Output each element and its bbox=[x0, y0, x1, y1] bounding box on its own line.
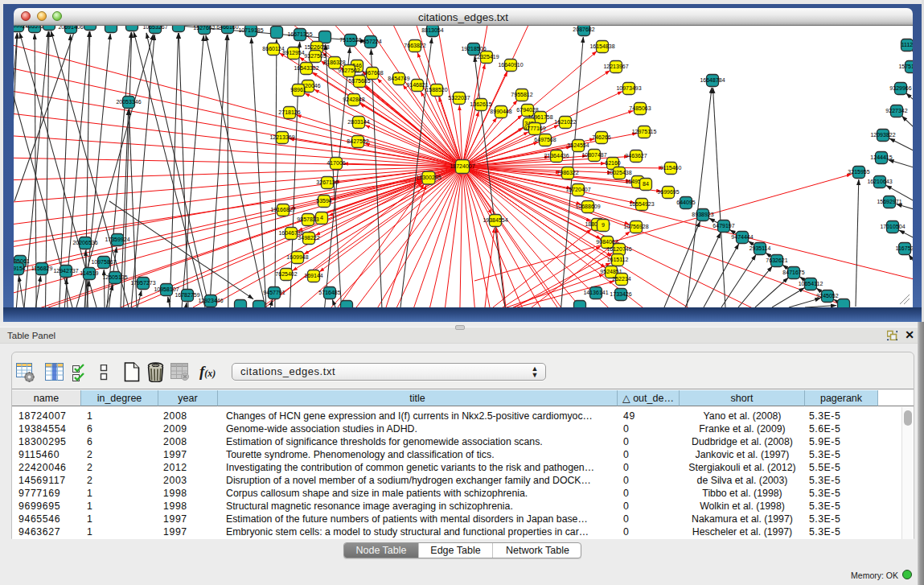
svg-text:7357224: 7357224 bbox=[359, 39, 381, 44]
svg-text:9327502: 9327502 bbox=[338, 68, 359, 73]
svg-text:17957273: 17957273 bbox=[130, 280, 155, 286]
svg-text:6466160: 6466160 bbox=[216, 26, 238, 30]
svg-text:1244415: 1244415 bbox=[870, 154, 892, 160]
svg-text:7485063: 7485063 bbox=[629, 105, 651, 111]
svg-text:8186328: 8186328 bbox=[323, 60, 345, 65]
svg-text:12213967: 12213967 bbox=[603, 64, 628, 69]
svg-text:17359924: 17359924 bbox=[105, 237, 129, 242]
svg-text:7955812: 7955812 bbox=[511, 92, 532, 97]
svg-text:21364436: 21364436 bbox=[544, 153, 569, 159]
svg-text:4: 4 bbox=[320, 215, 323, 220]
svg-text:15751074: 15751074 bbox=[898, 64, 913, 69]
svg-text:9474444: 9474444 bbox=[731, 234, 753, 240]
svg-text:5875685: 5875685 bbox=[348, 78, 370, 84]
svg-text:9115460: 9115460 bbox=[660, 165, 682, 171]
svg-text:9457791: 9457791 bbox=[263, 290, 285, 295]
svg-text:8813054: 8813054 bbox=[421, 27, 443, 33]
svg-text:16543382: 16543382 bbox=[294, 65, 318, 71]
svg-text:10688609: 10688609 bbox=[575, 204, 600, 209]
svg-text:1156829: 1156829 bbox=[31, 266, 53, 271]
svg-text:1615112: 1615112 bbox=[607, 257, 629, 262]
svg-text:19384554: 19384554 bbox=[483, 217, 507, 223]
svg-text:9245052: 9245052 bbox=[816, 293, 838, 299]
svg-text:16120746: 16120746 bbox=[606, 246, 631, 252]
svg-text:20053346: 20053346 bbox=[116, 99, 141, 105]
svg-text:15226058: 15226058 bbox=[304, 44, 329, 50]
svg-text:39154: 39154 bbox=[14, 266, 26, 271]
svg-text:84: 84 bbox=[643, 181, 649, 187]
svg-text:14136141: 14136141 bbox=[583, 290, 608, 295]
svg-text:12942737: 12942737 bbox=[53, 268, 78, 274]
svg-text:16210643: 16210643 bbox=[867, 179, 892, 184]
svg-text:3498222: 3498222 bbox=[298, 235, 319, 241]
svg-text:2803144: 2803144 bbox=[347, 119, 369, 125]
svg-text:1362615: 1362615 bbox=[470, 101, 491, 107]
svg-text:9: 9 bbox=[602, 222, 605, 228]
svg-text:19166827: 19166827 bbox=[270, 207, 295, 212]
svg-text:1733426: 1733426 bbox=[610, 291, 631, 297]
svg-text:114519: 114519 bbox=[80, 270, 99, 276]
svg-text:16671355: 16671355 bbox=[287, 31, 312, 37]
svg-text:644095: 644095 bbox=[676, 200, 695, 205]
svg-text:16782759: 16782759 bbox=[175, 292, 199, 298]
svg-text:12325419: 12325419 bbox=[474, 54, 499, 60]
svg-text:10025438: 10025438 bbox=[606, 170, 631, 175]
svg-text:9777169: 9777169 bbox=[524, 126, 545, 131]
svg-text:169144: 169144 bbox=[304, 273, 322, 278]
svg-text:1621022: 1621022 bbox=[554, 119, 576, 125]
svg-text:9329966: 9329966 bbox=[889, 85, 911, 91]
svg-text:1527602: 1527602 bbox=[193, 26, 215, 31]
svg-text:8912954: 8912954 bbox=[282, 50, 304, 56]
svg-text:10719185: 10719185 bbox=[238, 27, 263, 33]
svg-text:9242848: 9242848 bbox=[343, 97, 364, 102]
svg-text:62160: 62160 bbox=[605, 160, 621, 166]
svg-text:8471675: 8471675 bbox=[782, 270, 804, 275]
svg-text:10653267: 10653267 bbox=[142, 26, 167, 30]
svg-text:9227342: 9227342 bbox=[885, 108, 907, 113]
svg-text:1588520: 1588520 bbox=[425, 87, 447, 93]
svg-text:3624554: 3624554 bbox=[567, 142, 589, 148]
svg-text:16154838: 16154838 bbox=[589, 43, 614, 49]
svg-text:20691406: 20691406 bbox=[58, 26, 83, 30]
svg-text:6479197: 6479197 bbox=[713, 223, 734, 229]
svg-text:6497568: 6497568 bbox=[534, 137, 556, 142]
svg-text:2718126: 2718126 bbox=[278, 109, 300, 115]
svg-text:10756928: 10756928 bbox=[623, 224, 648, 229]
svg-text:53594: 53594 bbox=[316, 198, 332, 204]
svg-text:98961: 98961 bbox=[290, 87, 306, 93]
svg-text:7625402: 7625402 bbox=[275, 271, 297, 277]
svg-text:252214: 252214 bbox=[612, 276, 630, 282]
svg-text:10807487: 10807487 bbox=[581, 152, 606, 158]
svg-text:5322037: 5322037 bbox=[448, 95, 470, 101]
svg-text:746266: 746266 bbox=[592, 134, 610, 140]
svg-text:7986322: 7986322 bbox=[556, 170, 578, 175]
svg-text:1112: 1112 bbox=[901, 42, 913, 47]
svg-text:3215955: 3215955 bbox=[848, 169, 869, 175]
svg-text:7515526: 7515526 bbox=[339, 37, 361, 43]
svg-text:8454749: 8454749 bbox=[388, 76, 409, 81]
svg-text:9857833: 9857833 bbox=[297, 216, 318, 222]
svg-text:16554923: 16554923 bbox=[629, 201, 654, 207]
svg-text:8660124: 8660124 bbox=[262, 46, 284, 51]
svg-text:17010504: 17010504 bbox=[880, 224, 905, 229]
svg-text:5716485: 5716485 bbox=[318, 290, 340, 295]
svg-text:12923446: 12923446 bbox=[198, 298, 223, 303]
svg-text:2935114: 2935114 bbox=[749, 245, 771, 251]
svg-text:18300295: 18300295 bbox=[416, 175, 441, 180]
svg-text:7632621: 7632621 bbox=[766, 257, 787, 263]
svg-text:8938923: 8938923 bbox=[692, 212, 713, 217]
svg-text:1609948: 1609948 bbox=[286, 254, 308, 260]
svg-text:2087682: 2087682 bbox=[573, 27, 594, 32]
svg-text:10654112: 10654112 bbox=[799, 281, 823, 286]
svg-text:12505135: 12505135 bbox=[102, 274, 127, 280]
svg-text:9327505: 9327505 bbox=[304, 53, 326, 59]
svg-text:2967608: 2967608 bbox=[361, 70, 383, 76]
svg-text:9699695: 9699695 bbox=[657, 189, 679, 195]
svg-text:417006: 417006 bbox=[326, 160, 345, 166]
svg-text:16648784: 16648784 bbox=[700, 77, 725, 83]
svg-text:15720407: 15720407 bbox=[565, 187, 590, 192]
svg-text:7663822: 7663822 bbox=[404, 43, 425, 48]
svg-text:16640910: 16640910 bbox=[498, 62, 523, 68]
svg-text:3267130: 3267130 bbox=[316, 179, 338, 185]
svg-text:8427552: 8427552 bbox=[347, 138, 368, 144]
